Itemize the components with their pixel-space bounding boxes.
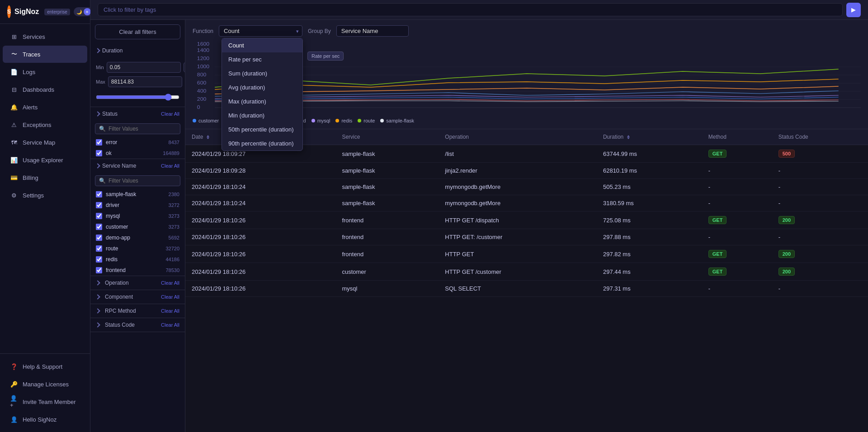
table-row[interactable]: 2024/01/29 18:10:24 sample-flask mymongo… [185, 179, 868, 195]
function-dropdown-menu: CountRate per secSum (duration)Avg (dura… [222, 38, 303, 151]
service-checkbox-driver[interactable] [96, 202, 102, 208]
filter-clear-button[interactable]: Clear All [161, 294, 179, 300]
service-checkbox-sample-flask[interactable] [96, 191, 102, 197]
status-search-input[interactable] [108, 126, 176, 132]
cell-duration: 63744.99 ms [597, 145, 702, 163]
sidebar-item-traces[interactable]: 〜 Traces [3, 46, 87, 63]
sidebar-item-billing[interactable]: 💳 Billing [3, 169, 87, 186]
cell-method: GET [702, 211, 772, 229]
service-checkbox-frontend[interactable] [96, 267, 102, 273]
service-checkbox-customer[interactable] [96, 224, 102, 230]
cell-date: 2024/01/29 18:10:26 [185, 245, 335, 263]
filter-item-count: 3273 [169, 213, 179, 219]
filter-section-status-code-header[interactable]: Status Code Clear All [90, 318, 185, 332]
sidebar-item-usage-explorer[interactable]: 📊 Usage Explorer [3, 151, 87, 169]
cell-date: 2024/01/29 18:10:26 [185, 263, 335, 281]
status-clear-button[interactable]: Clear All [161, 111, 179, 117]
service-checkbox-demo-app[interactable] [96, 235, 102, 241]
cell-status-code: 200 [772, 211, 868, 229]
topbar-submit-button[interactable]: ▶ [846, 3, 861, 17]
clear-all-filters-button[interactable]: Clear all filters [95, 24, 180, 39]
sidebar-item-label-invite-team-member: Invite Team Member [23, 399, 76, 405]
filter-section-service-name-header[interactable]: Service Name Clear All [90, 159, 185, 173]
dropdown-item-avg--duration-[interactable]: Avg (duration) [222, 80, 302, 94]
sidebar-item-manage-licenses[interactable]: 🔑 Manage Licenses [3, 376, 87, 393]
grid-icon: ⊞ [10, 33, 18, 41]
sidebar-item-label-hello-signoz: Hello SigNoz [23, 416, 57, 423]
sidebar-item-exceptions[interactable]: ⚠ Exceptions [3, 116, 87, 133]
table-row[interactable]: 2024/01/29 18:10:26 mysql SQL SELECT 297… [185, 281, 868, 297]
service-name-items: sample-flask 2380 driver 3272 mysql 3273… [90, 189, 185, 276]
dropdown-item-max--duration-[interactable]: Max (duration) [222, 94, 302, 108]
dropdown-item-min--duration-[interactable]: Min (duration) [222, 108, 302, 122]
filter-item-count: 3272 [169, 202, 179, 208]
service-checkbox-route[interactable] [96, 245, 102, 252]
sidebar-item-alerts[interactable]: 🔔 Alerts [3, 99, 87, 116]
sidebar-item-logs[interactable]: 📄 Logs [3, 63, 87, 80]
max-input[interactable] [108, 76, 182, 87]
sidebar-item-service-map[interactable]: 🗺 Service Map [3, 134, 87, 151]
sidebar-item-services[interactable]: ⊞ Services [3, 28, 87, 45]
cell-method: GET [702, 145, 772, 163]
filter-item-count: 3273 [169, 224, 179, 230]
sidebar-item-dashboards[interactable]: ⊟ Dashboards [3, 81, 87, 98]
cell-status-code: - [772, 281, 868, 297]
theme-toggle[interactable]: 🌙 ☀ [74, 7, 93, 16]
cell-date: 2024/01/29 18:09:28 [185, 163, 335, 179]
table-row[interactable]: 2024/01/29 18:10:26 frontend HTTP GET: /… [185, 229, 868, 245]
sidebar-item-invite-team-member[interactable]: 👤+ Invite Team Member [3, 393, 87, 410]
status-search-icon: 🔍 [99, 126, 106, 132]
dropdown-item-rate-per-sec[interactable]: Rate per sec [222, 52, 302, 66]
sidebar-item-hello-signoz[interactable]: 👤 Hello SigNoz [3, 411, 87, 428]
filter-section-component-header[interactable]: Component Clear All [90, 290, 185, 304]
legend-label-sample-flask: sample-flask [386, 118, 414, 123]
filter-clear-button[interactable]: Clear All [161, 280, 179, 286]
table-row[interactable]: 2024/01/29 18:10:26 frontend HTTP GET 29… [185, 245, 868, 263]
cell-status-code: - [772, 229, 868, 245]
service-checkbox-mysql[interactable] [96, 213, 102, 219]
status-checkbox-ok[interactable] [96, 150, 102, 156]
sidebar-item-settings[interactable]: ⚙ Settings [3, 187, 87, 204]
function-select[interactable]: CountRate per secSum (duration)Avg (dura… [219, 25, 302, 37]
service-name-clear-button[interactable]: Clear All [161, 163, 179, 169]
filter-item-label: route [106, 245, 162, 252]
dropdown-item-90th-percentile--duration-[interactable]: 90th percentile (duration) [222, 136, 302, 150]
filter-section-rpc-method-header[interactable]: RPC Method Clear All [90, 304, 185, 318]
sidebar-item-label-traces: Traces [23, 51, 40, 58]
filter-item: frontend 78530 [90, 265, 185, 276]
table-row[interactable]: 2024/01/29 18:09:28 sample-flask jinja2.… [185, 163, 868, 179]
sort-icon-date [207, 135, 209, 139]
cell-service: sample-flask [335, 195, 439, 211]
filter-section-status-header[interactable]: Status Clear All [90, 107, 185, 121]
dropdown-item-sum--duration-[interactable]: Sum (duration) [222, 66, 302, 80]
filter-section-duration-header[interactable]: Duration [90, 44, 185, 57]
min-input[interactable] [107, 62, 181, 73]
cell-status-code: 500 [772, 145, 868, 163]
table-row[interactable]: 2024/01/29 18:10:24 sample-flask mymongo… [185, 195, 868, 211]
filter-item-label: mysql [106, 213, 165, 219]
status-checkbox-error[interactable] [96, 139, 102, 146]
dropdown-item-count[interactable]: Count [222, 38, 302, 52]
legend-label-redis: redis [341, 118, 352, 123]
table-header-duration[interactable]: Duration [597, 129, 702, 145]
table-header-operation: Operation [439, 129, 597, 145]
tag-filter-input[interactable]: Click to filter by tags [98, 3, 843, 16]
settings-icon: ⚙ [10, 191, 18, 199]
service-name-search-input[interactable] [108, 178, 176, 184]
function-select-wrap: CountRate per secSum (duration)Avg (dura… [219, 25, 302, 37]
group-by-input[interactable] [336, 25, 409, 37]
sidebar-item-help-support[interactable]: ❓ Help & Support [3, 358, 87, 375]
filter-clear-button[interactable]: Clear All [161, 308, 179, 314]
cell-date: 2024/01/29 18:10:24 [185, 195, 335, 211]
filter-section-operation-header[interactable]: Operation Clear All [90, 276, 185, 290]
duration-slider[interactable] [96, 94, 179, 101]
filter-clear-button[interactable]: Clear All [161, 322, 179, 328]
dropdown-item-50th-percentile--duration-[interactable]: 50th percentile (duration) [222, 122, 302, 136]
cell-operation: SQL SELECT [439, 281, 597, 297]
service-checkbox-redis[interactable] [96, 256, 102, 263]
table-row[interactable]: 2024/01/29 18:10:26 customer HTTP GET /c… [185, 263, 868, 281]
filter-section-title: Component [96, 294, 133, 300]
cell-duration: 297.88 ms [597, 229, 702, 245]
filter-section-component: Component Clear All [90, 290, 185, 304]
table-row[interactable]: 2024/01/29 18:10:26 frontend HTTP GET /d… [185, 211, 868, 229]
